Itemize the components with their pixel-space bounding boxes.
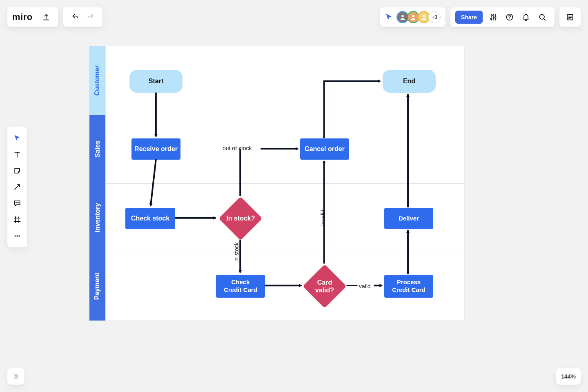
- search-icon: [538, 13, 546, 21]
- chevron-double-right-icon: [12, 373, 20, 380]
- cursor-share-icon[interactable]: [385, 13, 393, 21]
- cursor-icon: [13, 134, 21, 142]
- undo-button[interactable]: [68, 10, 83, 24]
- node-process-cc-label: Process Credit Card: [392, 278, 425, 294]
- lane-inventory[interactable]: Inventory: [89, 183, 106, 252]
- undo-icon: [71, 13, 80, 21]
- node-card-valid-q[interactable]: Card valid?: [303, 264, 346, 308]
- search-button[interactable]: [535, 10, 550, 24]
- upload-button[interactable]: [39, 10, 53, 24]
- tool-more[interactable]: [9, 228, 25, 244]
- expand-chip[interactable]: [7, 368, 24, 385]
- zoom-chip[interactable]: 144%: [556, 368, 581, 385]
- node-deliver-label: Deliver: [399, 215, 419, 223]
- sliders-icon: [489, 13, 497, 21]
- undo-redo-card: [63, 7, 102, 27]
- lane-payment[interactable]: Payment: [89, 252, 106, 321]
- sticky-icon: [13, 167, 21, 175]
- frame-icon: [13, 216, 21, 224]
- tool-text[interactable]: [9, 146, 25, 163]
- panel-icon: [566, 13, 574, 21]
- bell-icon: [522, 13, 530, 21]
- svg-point-11: [16, 235, 18, 236]
- toolbox: [7, 127, 27, 247]
- tool-arrow[interactable]: [9, 179, 25, 195]
- lane-sales[interactable]: Sales: [89, 115, 106, 183]
- logo-card: miro: [7, 7, 58, 27]
- redo-button[interactable]: [83, 10, 98, 24]
- help-icon: [506, 13, 514, 21]
- lane-sales-label: Sales: [94, 140, 101, 158]
- lane-separator: [106, 252, 464, 252]
- edge-valid-label: valid: [359, 283, 371, 290]
- share-card: Share: [450, 7, 555, 27]
- node-process-cc[interactable]: Process Credit Card: [384, 275, 433, 298]
- avatar-stack: +3: [398, 11, 441, 23]
- node-cancel-order-label: Cancel order: [305, 145, 345, 153]
- edge-out-of-stock-label: out of stock: [223, 145, 252, 151]
- node-check-stock[interactable]: Check stock: [125, 208, 175, 229]
- edge-invalid-label: invalid: [320, 209, 326, 226]
- node-card-valid-q-label: Card valid?: [315, 278, 334, 294]
- upload-icon: [42, 13, 50, 21]
- node-check-cc-label: Check Credit Card: [224, 278, 257, 294]
- lane-separator: [106, 183, 464, 184]
- lane-customer-label: Customer: [94, 65, 101, 96]
- node-end-label: End: [403, 77, 415, 85]
- text-icon: [13, 150, 21, 158]
- lane-inventory-label: Inventory: [94, 203, 101, 232]
- collab-card: +3: [380, 7, 445, 27]
- lane-customer[interactable]: Customer: [89, 46, 106, 115]
- edge-in-stock-label: in stock: [233, 243, 240, 262]
- lane-separator: [106, 115, 464, 115]
- node-end[interactable]: End: [383, 70, 436, 93]
- zoom-level: 144%: [561, 373, 576, 380]
- svg-point-12: [18, 235, 20, 236]
- node-check-cc[interactable]: Check Credit Card: [216, 275, 265, 298]
- tool-select[interactable]: [9, 130, 25, 146]
- svg-point-0: [401, 15, 403, 17]
- node-in-stock-q-label: In stock?: [226, 214, 255, 222]
- divider: [36, 13, 36, 22]
- node-start-label: Start: [149, 77, 163, 85]
- node-check-stock-label: Check stock: [131, 214, 169, 223]
- svg-point-2: [423, 15, 425, 17]
- tool-comment[interactable]: [9, 195, 25, 212]
- svg-point-10: [14, 235, 16, 236]
- arrow-icon: [13, 183, 21, 191]
- panel-button[interactable]: [563, 10, 577, 24]
- node-receive-order[interactable]: Receive order: [131, 138, 180, 160]
- comment-icon: [13, 199, 21, 207]
- lane-payment-label: Payment: [94, 273, 101, 300]
- node-receive-order-label: Receive order: [134, 145, 178, 153]
- more-icon: [13, 232, 21, 240]
- svg-point-1: [412, 15, 414, 17]
- node-start[interactable]: Start: [129, 70, 183, 93]
- swimlane-diagram[interactable]: Customer Sales Inventory Payment Start E…: [89, 46, 465, 320]
- tool-sticky[interactable]: [9, 163, 25, 179]
- notifications-button[interactable]: [519, 10, 533, 24]
- panel-card: [559, 7, 581, 27]
- node-cancel-order[interactable]: Cancel order: [300, 138, 349, 160]
- settings-button[interactable]: [486, 10, 501, 24]
- tool-frame[interactable]: [9, 212, 25, 228]
- node-in-stock-q[interactable]: In stock?: [218, 196, 262, 240]
- app-logo[interactable]: miro: [12, 12, 33, 22]
- help-button[interactable]: [502, 10, 517, 24]
- avatar-extra-count[interactable]: +3: [428, 11, 441, 23]
- redo-icon: [86, 13, 94, 21]
- share-button[interactable]: Share: [455, 11, 483, 24]
- svg-point-7: [509, 18, 510, 19]
- node-deliver[interactable]: Deliver: [384, 208, 433, 229]
